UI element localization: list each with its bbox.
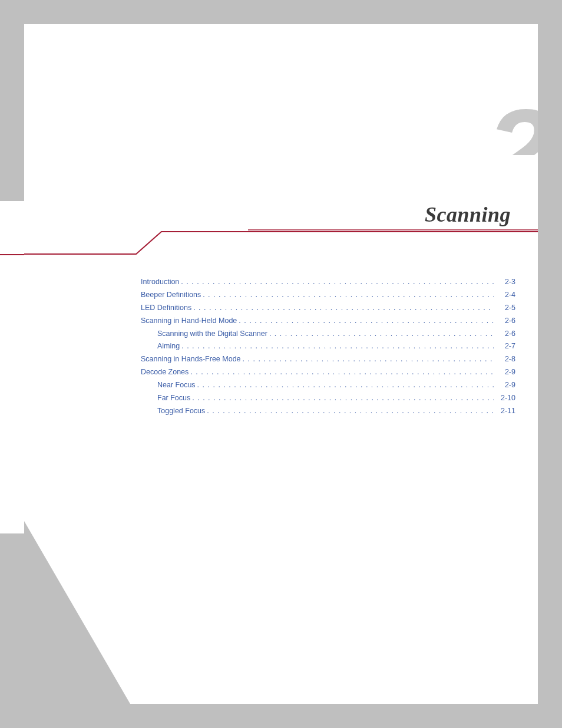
rule-bleed-left [0,254,24,255]
toc-leader-dots [239,315,494,328]
toc-leader-dots [181,340,494,353]
chapter-number-clip [396,155,538,205]
toc-entry-page: 2-7 [495,340,515,353]
toc-entry[interactable]: Scanning with the Digital Scanner2-6 [141,328,515,341]
toc-entry[interactable]: Toggled Focus2-11 [141,405,515,418]
toc-entry-page: 2-11 [495,405,515,418]
chapter-title: Scanning [425,202,511,227]
toc-entry-label: Toggled Focus [157,405,205,418]
toc-entry-label: Scanning in Hand-Held Mode [141,315,237,328]
toc-entry-label: Far Focus [157,392,190,405]
toc-entry[interactable]: LED Definitions2-5 [141,302,515,315]
toc-entry[interactable]: Scanning in Hands-Free Mode2-8 [141,353,515,366]
toc-entry-page: 2-6 [495,315,515,328]
toc-leader-dots [190,366,494,379]
toc-entry-label: Aiming [157,340,180,353]
toc-leader-dots [207,405,494,418]
toc-entry[interactable]: Near Focus2-9 [141,379,515,392]
toc-entry[interactable]: Introduction2-3 [141,276,515,289]
toc-entry-page: 2-9 [495,379,515,392]
table-of-contents: Introduction2-3Beeper Definitions2-4LED … [141,276,515,418]
toc-entry-page: 2-9 [495,366,515,379]
page-bleed-left [0,201,24,533]
toc-entry[interactable]: Beeper Definitions2-4 [141,289,515,302]
toc-entry-page: 2-8 [495,353,515,366]
toc-leader-dots [197,379,494,392]
corner-wedge [24,521,130,704]
toc-leader-dots [243,353,494,366]
page: 2 Scanning Introduction2-3Beeper Definit… [24,24,538,704]
toc-entry-page: 2-4 [495,289,515,302]
toc-entry[interactable]: Scanning in Hand-Held Mode2-6 [141,315,515,328]
toc-entry-page: 2-5 [495,302,515,315]
toc-entry-label: Beeper Definitions [141,289,201,302]
toc-leader-dots [192,392,494,405]
toc-entry[interactable]: Aiming2-7 [141,340,515,353]
toc-leader-dots [203,289,494,302]
toc-entry-label: LED Definitions [141,302,191,315]
toc-entry-page: 2-3 [495,276,515,289]
toc-leader-dots [193,302,494,315]
toc-entry-page: 2-10 [495,392,515,405]
toc-entry-label: Scanning with the Digital Scanner [157,328,267,341]
toc-entry[interactable]: Decode Zones2-9 [141,366,515,379]
toc-entry-label: Decode Zones [141,366,189,379]
toc-entry-page: 2-6 [495,328,515,341]
toc-entry-label: Near Focus [157,379,196,392]
toc-entry-label: Scanning in Hands-Free Mode [141,353,241,366]
divider-rule [24,229,538,276]
toc-leader-dots [269,328,494,341]
toc-leader-dots [181,276,494,289]
toc-entry-label: Introduction [141,276,179,289]
toc-entry[interactable]: Far Focus2-10 [141,392,515,405]
